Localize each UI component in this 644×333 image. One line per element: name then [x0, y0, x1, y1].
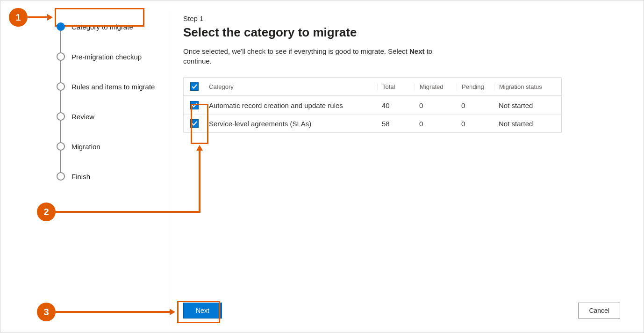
table-row[interactable]: Service-level agreements (SLAs) 58 0 0 N… — [184, 114, 561, 132]
step-rules-and-items[interactable]: Rules and items to migrate — [57, 72, 169, 101]
step-pre-migration-checkup[interactable]: Pre-migration checkup — [57, 42, 169, 72]
step-finish[interactable]: Finish — [57, 161, 169, 191]
row-status: Not started — [494, 101, 555, 109]
step-label: Review — [72, 113, 94, 121]
annotation-callout: 2 — [37, 203, 56, 221]
row-pending: 0 — [457, 101, 494, 109]
row-total: 58 — [377, 120, 415, 128]
desc-bold: Next — [409, 47, 425, 55]
step-indicator-icon — [57, 172, 65, 181]
annotation-callout: 3 — [37, 303, 56, 321]
step-label: Rules and items to migrate — [72, 83, 155, 91]
row-name: Service-level agreements (SLAs) — [209, 120, 377, 128]
checkmark-icon — [192, 84, 197, 89]
annotation-callout: 1 — [9, 8, 28, 27]
annotation-arrow — [56, 311, 171, 313]
cancel-button[interactable]: Cancel — [578, 303, 620, 319]
step-migration[interactable]: Migration — [57, 131, 169, 161]
desc-text: Once selected, we'll check to see if eve… — [183, 47, 409, 55]
select-all-checkbox[interactable] — [190, 82, 199, 91]
step-label: Finish — [72, 173, 90, 181]
step-indicator-icon — [57, 112, 65, 121]
page-description: Once selected, we'll check to see if eve… — [183, 46, 445, 66]
step-category-to-migrate[interactable]: Category to migrate — [57, 12, 169, 42]
step-label: Migration — [72, 143, 100, 151]
row-migrated: 0 — [415, 120, 457, 128]
checkmark-icon — [192, 121, 197, 126]
annotation-arrow-head — [170, 309, 175, 315]
row-total: 40 — [377, 101, 415, 109]
checkmark-icon — [192, 102, 197, 108]
annotation-arrow — [199, 150, 200, 213]
category-table: Category Total Migrated Pending Migratio… — [183, 77, 562, 133]
table-header-row: Category Total Migrated Pending Migratio… — [184, 78, 561, 96]
col-header-pending: Pending — [457, 83, 494, 90]
col-header-category[interactable]: Category — [209, 83, 377, 90]
row-checkbox[interactable] — [190, 101, 199, 109]
next-button[interactable]: Next — [183, 303, 222, 319]
row-name: Automatic record creation and update rul… — [209, 101, 377, 109]
table-row[interactable]: Automatic record creation and update rul… — [184, 96, 561, 114]
col-header-status: Migration status — [494, 83, 555, 90]
col-header-total: Total — [377, 83, 415, 90]
step-indicator-icon — [57, 22, 65, 31]
step-indicator-icon — [57, 82, 65, 91]
annotation-arrow-head — [196, 145, 203, 151]
wizard-stepper: Category to migrate Pre-migration checku… — [57, 12, 169, 191]
step-eyebrow: Step 1 — [183, 14, 625, 22]
row-status: Not started — [494, 120, 555, 128]
row-migrated: 0 — [415, 101, 457, 109]
col-header-migrated: Migrated — [415, 83, 457, 90]
step-indicator-icon — [57, 142, 65, 151]
annotation-arrow — [56, 211, 199, 213]
annotation-arrow-head — [47, 14, 53, 21]
step-label: Category to migrate — [72, 23, 133, 31]
row-checkbox[interactable] — [190, 119, 199, 128]
row-pending: 0 — [457, 120, 494, 128]
step-indicator-icon — [57, 52, 65, 61]
step-review[interactable]: Review — [57, 101, 169, 131]
page-title: Select the category to migrate — [183, 25, 625, 40]
annotation-arrow — [28, 16, 48, 18]
step-label: Pre-migration checkup — [72, 53, 142, 61]
